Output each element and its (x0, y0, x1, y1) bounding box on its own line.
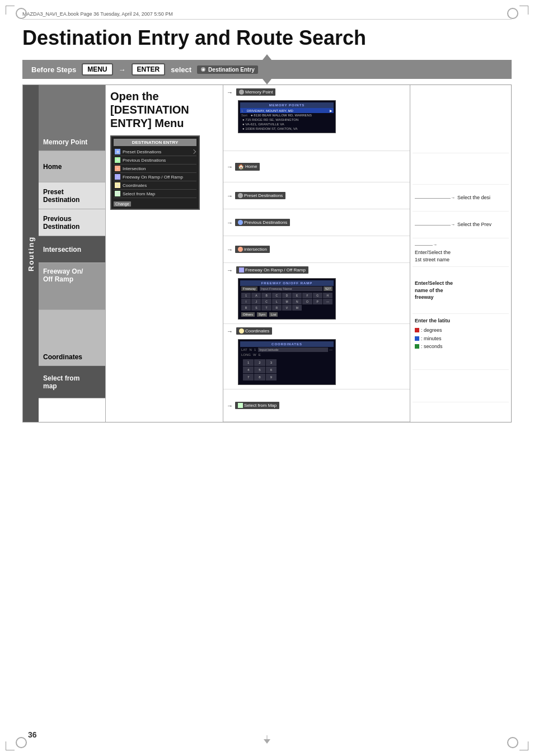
mp-sort-row: Sort ● 8130 BEAR WALLOW RD, WARRENS (240, 113, 334, 118)
si-arrow-coordinates: → (227, 328, 233, 335)
fw-bottom-row: Others Sym List (240, 312, 334, 317)
mp-screen-title: MEMORY POINTS (240, 102, 334, 108)
bottom-arrow-mark (264, 739, 270, 744)
de-icon-3: ↑ (115, 174, 120, 180)
enter-key[interactable]: ENTER (132, 63, 166, 76)
de-row-1: ⚑ Previous Destinations (114, 156, 196, 165)
print-info-text: MAZDA3_NAVI_EA.book Page 36 Tuesday, Apr… (22, 11, 173, 17)
desc-prev-text: Select the Prev (457, 221, 491, 228)
menu-key[interactable]: MENU (82, 63, 113, 76)
si-badge-mp: Memory Point (236, 88, 275, 96)
crop-mark-tr (519, 6, 528, 15)
menu-item-coordinates[interactable]: Coordinates (39, 310, 105, 366)
circle-decoration-bl (16, 737, 27, 748)
mp-row-1: ● 715 RIDGE RD SE, WASHINGTON (240, 118, 334, 122)
circle-decoration-tr (507, 8, 518, 19)
intersection-icon (238, 247, 243, 252)
de-icon-2: + (115, 166, 120, 171)
menu-item-preset-dest[interactable]: Preset Destination (39, 182, 105, 209)
desc-preset-text: Select the desi (457, 194, 490, 201)
menu-item-home-label: Home (43, 163, 62, 171)
coordinates-screen: COORDINATES LAT N 1 Input latitude — LON… (238, 339, 336, 385)
menu-item-home[interactable]: Home (39, 151, 105, 182)
menu-item-freeway[interactable]: Freeway On/Off Ramp (39, 263, 105, 310)
desc-select-map (413, 370, 509, 402)
desc-freeway-text: Enter/Select thename of thefreeway (415, 280, 453, 301)
si-row-memory-point: → Memory Point MEMORY POINTS 1 DRIVEWAY,… (223, 85, 410, 151)
si-badge-select-map: Select from Map (235, 402, 279, 409)
degrees-color (415, 328, 419, 332)
menu-item-select-map[interactable]: Select frommap (39, 366, 105, 398)
de-change-btn[interactable]: Change (114, 201, 131, 206)
de-icon-4: ⊕ (115, 182, 120, 188)
open-menu-title: Open the [DESTINATION ENTRY] Menu (110, 90, 218, 130)
before-steps-bar: Before Steps MENU → ENTER select ★ Desti… (22, 60, 512, 79)
menu-item-intersection-label: Intersection (43, 246, 81, 253)
menu-item-prev-dest-label: Previous Destination (43, 215, 101, 231)
fw-input-row: Freeway Input Freeway Name 527 (240, 286, 334, 292)
select-map-icon (238, 403, 243, 408)
minutes-color (415, 336, 419, 341)
fw-screen-title: FREEWAY ON/OFF RAMP (240, 280, 334, 286)
desc-home (413, 153, 509, 185)
desc-coordinates: Enter the latitu : degrees : minutes : s… (413, 314, 509, 370)
co-long-row: LONG W E (240, 353, 334, 357)
de-row-5: 🗺 Select from Map (114, 190, 196, 198)
memory-points-screen: MEMORY POINTS 1 DRIVEWAY, MOUNT AIRY, MD… (238, 100, 336, 133)
menu-item-memory-point[interactable]: Memory Point (39, 85, 105, 151)
desc-freeway: Enter/Select thename of thefreeway (413, 267, 509, 314)
minutes-label: : minutes (421, 335, 442, 342)
si-arrow-intersection: → (227, 246, 233, 253)
desc-preset: ————————→ Select the desi (413, 185, 509, 212)
si-badge-coordinates: Coordinates (236, 327, 272, 335)
si-row-home: → 🏠 Home (223, 151, 410, 182)
menu-item-coordinates-label: Coordinates (43, 353, 82, 361)
dest-entry-badge-label: Destination Entry (208, 67, 255, 73)
si-row-prev-dest: → Previous Destinations (223, 209, 410, 236)
de-icon-1: ⚑ (115, 157, 120, 163)
de-icon-0: ★ (115, 149, 120, 154)
destination-entry-ui: DESTINATION ENTRY ★ Preset Destinations … (110, 135, 200, 210)
page-number: 36 (28, 730, 37, 739)
menu-item-select-map-label: Select frommap (43, 374, 79, 390)
center-flow-column: Open the [DESTINATION ENTRY] Menu DESTIN… (106, 85, 223, 422)
diagram-container: Routing Memory Point Home Preset Destina… (22, 84, 512, 422)
page-title: Destination Entry and Route Search (22, 26, 512, 50)
mp-icon (239, 90, 244, 95)
de-row-0: ★ Preset Destinations (114, 148, 196, 156)
labels-column: Memory Point Home Preset Destination Pre… (39, 85, 106, 422)
co-lat-row: LAT N 1 Input latitude — (240, 347, 334, 353)
si-arrow-select-map: → (227, 402, 233, 409)
si-arrow-prev: → (227, 219, 233, 226)
si-arrow-preset: → (227, 192, 233, 199)
desc-memory-point (413, 87, 509, 153)
menu-item-memory-point-label: Memory Point (43, 138, 87, 146)
desc-intersection: ————→ Enter/Select the1st street name (413, 238, 509, 267)
de-header: DESTINATION ENTRY (114, 139, 196, 146)
menu-item-intersection[interactable]: Intersection (39, 236, 105, 263)
menu-item-prev-dest[interactable]: Previous Destination (39, 209, 105, 236)
arrow-up (263, 54, 271, 60)
crop-mark-tl (6, 6, 15, 15)
routing-label: Routing (27, 236, 35, 271)
mp-row-0: 1 DRIVEWAY, MOUNT AIRY, MD ▶ (240, 108, 334, 113)
si-arrow-freeway: → (227, 267, 233, 274)
degrees-label: : degrees (421, 327, 442, 334)
menu-item-freeway-label: Freeway On/Off Ramp (43, 267, 83, 283)
seconds-color (415, 344, 419, 349)
dest-entry-icon: ★ (200, 67, 206, 72)
de-row-4: ⊕ Coordinates (114, 181, 196, 190)
si-badge-home: 🏠 Home (235, 163, 260, 171)
mp-row-2: ● VA-621, GRANTVILLE VA (240, 122, 334, 126)
home-icon: 🏠 (238, 164, 244, 170)
si-arrow-home: → (227, 163, 233, 170)
si-badge-preset: Preset Destinations (235, 192, 285, 199)
preset-icon (238, 193, 243, 198)
prev-icon (238, 220, 243, 225)
si-badge-intersection: intersection (235, 246, 270, 253)
co-numpad: 123 456 789 (243, 359, 277, 381)
coordinates-icon (239, 328, 244, 334)
si-row-freeway: → Freeway On Ramp / Off Ramp FREEWAY ON/… (223, 263, 410, 324)
desc-prev-dest: ————————→ Select the Prev (413, 212, 509, 238)
arrow-inline: → (119, 65, 126, 74)
